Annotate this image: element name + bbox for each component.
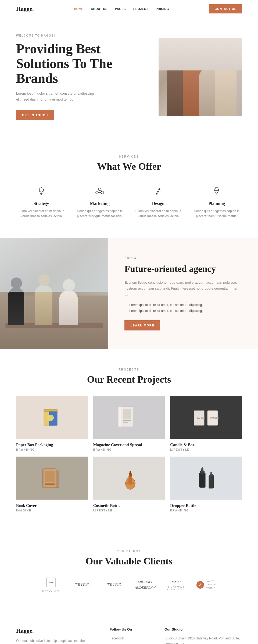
service-strategy: Strategy Etiam vel placerat enim dapibus… bbox=[16, 186, 67, 219]
digital-list-item-1: Lorem ipsum dolor sit amet, consectetur … bbox=[124, 303, 242, 307]
nav-pages[interactable]: PAGES bbox=[115, 7, 126, 10]
digital-text: DIGITAL Future-oriented agency Et ullum … bbox=[108, 238, 258, 349]
clients-title: Our Valuable Clients bbox=[16, 556, 242, 567]
strategy-icon bbox=[16, 186, 67, 197]
svg-line-6 bbox=[43, 188, 43, 188]
services-section: SERVICES What We Offer Strateg bbox=[0, 136, 258, 238]
client-logo-3: – TRIBE– bbox=[103, 582, 124, 587]
svg-rect-37 bbox=[45, 483, 55, 485]
services-grid: Strategy Etiam vel placerat enim dapibus… bbox=[16, 186, 242, 219]
clients-logos: MW MARCO MAN – TRIBE– – TRIBE– MICHAELAN… bbox=[16, 578, 242, 592]
service-design: Design Etiam vel placerat enim dapibus v… bbox=[133, 186, 184, 219]
services-label: SERVICES bbox=[16, 155, 242, 158]
hero-title: Providing Best Solutions To The Brands bbox=[16, 41, 142, 86]
svg-rect-28 bbox=[123, 420, 131, 421]
project-name-6: Dropper Bottle bbox=[170, 503, 242, 508]
projects-grid: Paper Box Packaging BRANDING Magazine Co… bbox=[16, 396, 242, 512]
project-card-6[interactable]: Dropper Bottle BRANDING bbox=[170, 457, 242, 512]
svg-point-0 bbox=[39, 188, 44, 192]
project-card-5[interactable]: Cosmetic Bottle LIFESTYLE bbox=[93, 457, 165, 512]
svg-rect-50 bbox=[210, 472, 212, 475]
digital-image bbox=[0, 238, 108, 349]
project-cat-4: IMAGINE bbox=[16, 509, 88, 512]
nav-pricing[interactable]: PRICING bbox=[156, 7, 169, 10]
footer-studio-address: Studio Stukram 1910 Gateway Road, Portla… bbox=[164, 636, 242, 644]
footer-twitter[interactable]: Twitter bbox=[110, 643, 148, 644]
design-name: Design bbox=[133, 201, 184, 206]
footer-studio-col: Our Studio Studio Stukram 1910 Gateway R… bbox=[164, 627, 242, 644]
client-logo-2: – TRIBE– bbox=[70, 582, 92, 587]
client-name-6: ALEXDESIGNSTUDIO bbox=[206, 580, 216, 590]
project-thumb-5 bbox=[93, 457, 165, 500]
svg-rect-47 bbox=[202, 467, 203, 469]
project-thumb-2 bbox=[93, 396, 165, 439]
project-name-4: Book Cover bbox=[16, 503, 88, 508]
marketing-desc: Donec quis et egestas sapien in placerat… bbox=[75, 209, 125, 219]
svg-line-15 bbox=[101, 190, 102, 191]
svg-point-12 bbox=[96, 191, 98, 194]
svg-point-43 bbox=[126, 482, 135, 485]
navigation: Hagge. HOME ABOUT US PAGES PROJECT PRICI… bbox=[0, 0, 258, 18]
footer: Hagge. Our main objective is to help peo… bbox=[0, 611, 258, 644]
project-name-2: Magazine Cover and Spread bbox=[93, 443, 165, 447]
planning-icon bbox=[192, 186, 242, 197]
digital-title: Future-oriented agency bbox=[124, 264, 242, 275]
digital-section: DIGITAL Future-oriented agency Et ullum … bbox=[0, 238, 258, 349]
svg-line-8 bbox=[43, 191, 43, 192]
project-cat-3: LIFESTYLE bbox=[170, 448, 242, 451]
project-card-4[interactable]: Book Cover IMAGINE bbox=[16, 457, 88, 512]
nav-project[interactable]: PROJECT bbox=[133, 7, 148, 10]
planning-name: Planning bbox=[192, 201, 242, 206]
svg-rect-48 bbox=[209, 475, 214, 488]
services-title: What We Offer bbox=[16, 161, 242, 172]
learn-more-button[interactable]: LEARN MORE bbox=[124, 320, 160, 330]
project-cat-2: BRANDING bbox=[93, 448, 165, 451]
svg-rect-42 bbox=[130, 471, 131, 474]
nav-links: HOME ABOUT US PAGES PROJECT PRICING bbox=[74, 7, 169, 10]
get-in-touch-button[interactable]: GET IN TOUCH bbox=[16, 110, 54, 120]
hero-desc: Lorem ipsum dolor sit amet, consetetur s… bbox=[16, 91, 94, 102]
projects-label: PROJECTS bbox=[16, 368, 242, 371]
contact-button[interactable]: CONTACT US bbox=[209, 4, 242, 13]
svg-line-14 bbox=[98, 190, 98, 191]
project-thumb-3: CANDLE CANDLE bbox=[170, 396, 242, 439]
project-name-3: Candle & Box bbox=[170, 443, 242, 447]
project-thumb-4 bbox=[16, 457, 88, 500]
planning-desc: Donec quis et egestas sapien in placerat… bbox=[192, 209, 242, 219]
logo[interactable]: Hagge. bbox=[16, 5, 34, 12]
clients-section: THE CLIENT Our Valuable Clients MW MARCO… bbox=[0, 531, 258, 611]
design-icon bbox=[133, 186, 184, 197]
client-logo-5: LIGHTWAVEART MUSEUM bbox=[167, 579, 186, 591]
footer-social-links: Facebook Twitter Instagram bbox=[110, 636, 148, 644]
svg-point-11 bbox=[98, 188, 101, 191]
svg-rect-27 bbox=[123, 409, 131, 419]
strategy-desc: Etiam vel placerat enim dapibus varius m… bbox=[16, 209, 67, 219]
footer-facebook[interactable]: Facebook bbox=[110, 636, 148, 641]
client-logo-4: MICHAELANDERSON✓ bbox=[135, 579, 156, 590]
client-name-1: MARCO MAN bbox=[42, 589, 60, 592]
nav-about[interactable]: ABOUT US bbox=[91, 7, 107, 10]
projects-section: PROJECTS Our Recent Projects Paper Box P… bbox=[0, 349, 258, 531]
svg-line-18 bbox=[214, 188, 216, 190]
client-logo-6: A ALEXDESIGNSTUDIO bbox=[196, 580, 216, 590]
project-thumb-6 bbox=[170, 457, 242, 500]
svg-line-5 bbox=[40, 188, 40, 188]
project-card-1[interactable]: Paper Box Packaging BRANDING bbox=[16, 396, 88, 451]
svg-text:CANDLE: CANDLE bbox=[197, 417, 205, 419]
digital-list: Lorem ipsum dolor sit amet, consectetur … bbox=[124, 303, 242, 313]
nav-home[interactable]: HOME bbox=[74, 7, 83, 10]
design-desc: Etiam vel placerat enim dapibus varius m… bbox=[133, 209, 184, 219]
svg-line-7 bbox=[40, 191, 40, 192]
client-name-2: – TRIBE– bbox=[70, 582, 92, 587]
svg-point-23 bbox=[47, 415, 54, 421]
project-card-3[interactable]: CANDLE CANDLE Candle & Box LIFESTYLE bbox=[170, 396, 242, 451]
svg-line-19 bbox=[218, 188, 219, 190]
project-card-2[interactable]: Magazine Cover and Spread BRANDING bbox=[93, 396, 165, 451]
hero-welcome: WELCOME TO HAGGE! bbox=[16, 34, 142, 37]
svg-rect-38 bbox=[56, 470, 59, 488]
svg-rect-24 bbox=[44, 409, 57, 411]
project-cat-5: LIFESTYLE bbox=[93, 509, 165, 512]
hero-section: WELCOME TO HAGGE! Providing Best Solutio… bbox=[0, 18, 258, 136]
digital-label: DIGITAL bbox=[124, 257, 242, 260]
footer-brand-col: Hagge. Our main objective is to help peo… bbox=[16, 627, 94, 644]
